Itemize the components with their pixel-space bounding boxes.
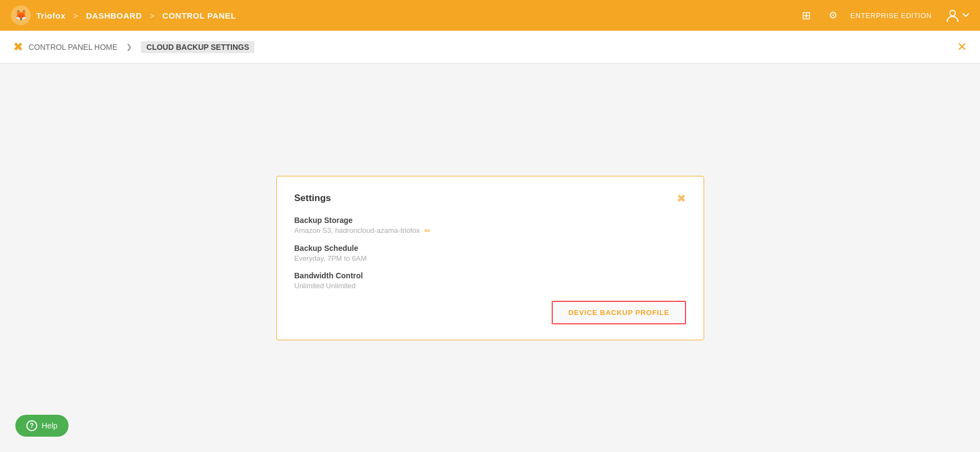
gear-icon[interactable]: ⚙ [829, 9, 837, 21]
breadcrumb-current: CLOUD BACKUP SETTINGS [141, 41, 254, 53]
nav-sep-1: > [73, 11, 78, 20]
breadcrumb-left: ✖ CONTROL PANEL HOME ❯ CLOUD BACKUP SETT… [13, 40, 254, 54]
settings-wrench-icon: ✖ [677, 192, 686, 205]
backup-schedule-label: Backup Schedule [294, 244, 686, 253]
user-menu-button[interactable] [945, 8, 969, 23]
svg-point-0 [950, 10, 955, 16]
breadcrumb-arrow: ❯ [126, 43, 132, 51]
backup-storage-label: Backup Storage [294, 216, 686, 225]
help-label: Help [42, 421, 58, 430]
topbar-icons: ⊞ ⚙ [802, 9, 837, 22]
settings-card: Settings ✖ Backup Storage Amazon S3, had… [276, 176, 704, 340]
edition-label: ENTERPRISE EDITION [851, 12, 932, 20]
nav-control-panel[interactable]: CONTROL PANEL [162, 11, 236, 20]
main-content: Settings ✖ Backup Storage Amazon S3, had… [0, 64, 980, 452]
backup-storage-edit-icon[interactable]: ✏ [424, 226, 431, 235]
nav-sep-2: > [150, 11, 155, 20]
bandwidth-control-value-row: Unlimited Unlimited [294, 282, 686, 290]
card-footer: DEVICE BACKUP PROFILE [294, 301, 686, 324]
breadcrumb-bar: ✖ CONTROL PANEL HOME ❯ CLOUD BACKUP SETT… [0, 31, 980, 64]
settings-card-header: Settings ✖ [294, 192, 686, 205]
backup-schedule-value: Everyday, 7PM to 6AM [294, 254, 367, 262]
backup-schedule-value-row: Everyday, 7PM to 6AM [294, 254, 686, 262]
bandwidth-control-value: Unlimited Unlimited [294, 282, 356, 290]
help-circle-icon: ? [26, 420, 37, 431]
nav-dashboard[interactable]: DASHBOARD [86, 11, 142, 20]
backup-storage-value: Amazon S3, hadroncloud-azama-triofox [294, 226, 420, 234]
topbar-right: ⊞ ⚙ ENTERPRISE EDITION [802, 8, 969, 23]
topbar-left: 🦊 Triofox > DASHBOARD > CONTROL PANEL [11, 5, 236, 25]
bandwidth-control-label: Bandwidth Control [294, 271, 686, 280]
backup-storage-row: Backup Storage Amazon S3, hadroncloud-az… [294, 216, 686, 235]
logo-icon: 🦊 [11, 5, 31, 25]
brand-name: Triofox [36, 11, 66, 20]
device-backup-profile-button[interactable]: DEVICE BACKUP PROFILE [552, 301, 686, 324]
help-button[interactable]: ? Help [15, 415, 69, 437]
breadcrumb-home[interactable]: CONTROL PANEL HOME [29, 43, 117, 52]
backup-storage-value-row: Amazon S3, hadroncloud-azama-triofox ✏ [294, 226, 686, 235]
bandwidth-control-row: Bandwidth Control Unlimited Unlimited [294, 271, 686, 290]
control-panel-icon: ✖ [13, 40, 23, 54]
windows-icon[interactable]: ⊞ [802, 9, 811, 22]
backup-schedule-row: Backup Schedule Everyday, 7PM to 6AM [294, 244, 686, 262]
close-button[interactable]: ✕ [957, 41, 967, 53]
topbar: 🦊 Triofox > DASHBOARD > CONTROL PANEL ⊞ … [0, 0, 980, 31]
settings-card-title: Settings [294, 193, 331, 204]
